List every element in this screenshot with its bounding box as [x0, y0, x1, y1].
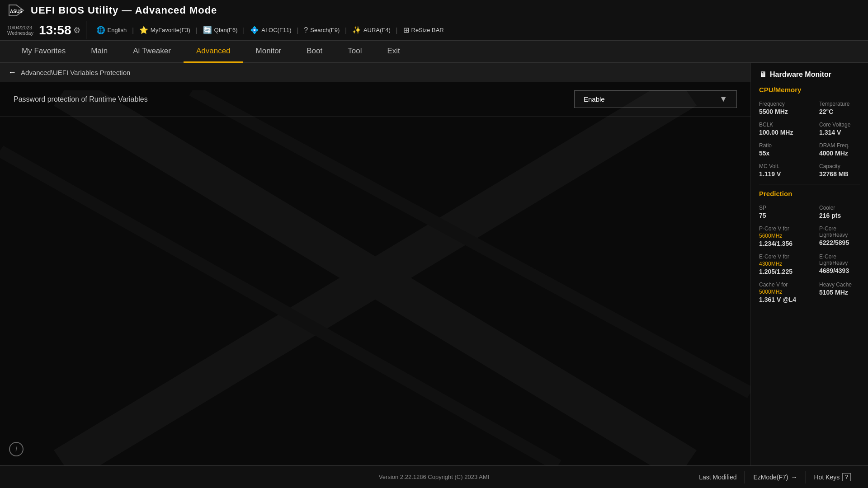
hw-cell-frequency: Frequency 5500 MHz [759, 101, 800, 115]
favorite-icon: ⭐ [139, 26, 148, 34]
nav-menu: My Favorites Main Ai Tweaker Advanced Mo… [0, 41, 868, 63]
capacity-label: Capacity [819, 163, 860, 169]
pcore-freq-label: 5600MHz [759, 233, 800, 239]
sep1: | [132, 27, 134, 34]
cooler-label: Cooler [819, 205, 860, 211]
nav-my-favorites[interactable]: My Favorites [9, 40, 78, 63]
hw-monitor-title: 🖥 Hardware Monitor [759, 70, 860, 79]
nav-ai-tweaker[interactable]: Ai Tweaker [120, 40, 184, 63]
hw-row-mcvolt-capacity: MC Volt. 1.119 V Capacity 32768 MB [759, 163, 860, 178]
hw-divider [759, 184, 860, 184]
ecore-lh-value: 4689/4393 [819, 267, 860, 274]
content-area: ← Advanced\UEFI Variables Protection Pas… [0, 63, 750, 465]
hw-cell-bclk: BCLK 100.00 MHz [759, 122, 800, 136]
back-button[interactable]: ← [8, 68, 16, 77]
hw-row-sp-cooler: SP 75 Cooler 216 pts [759, 205, 860, 219]
heavy-cache-value: 5105 MHz [819, 289, 860, 296]
hw-row-freq-temp: Frequency 5500 MHz Temperature 22°C [759, 101, 860, 115]
toolbar-myfavorite[interactable]: ⭐ MyFavorite(F3) [135, 24, 195, 36]
title-row: ASUS UEFI BIOS Utility — Advanced Mode [7, 1, 861, 19]
last-modified-button[interactable]: Last Modified [691, 471, 745, 483]
nav-monitor[interactable]: Monitor [243, 40, 294, 63]
toolbar-english[interactable]: 🌐 English [92, 24, 132, 36]
nav-boot[interactable]: Boot [294, 40, 335, 63]
hw-cell-cooler: Cooler 216 pts [819, 205, 860, 219]
nav-advanced[interactable]: Advanced [184, 40, 243, 63]
corev-label: Core Voltage [819, 122, 860, 128]
hw-cell-ecore-v: E-Core V for 4300MHz 1.205/1.225 [759, 253, 800, 275]
nav-main[interactable]: Main [78, 40, 120, 63]
hot-keys-button[interactable]: Hot Keys ? [806, 470, 859, 484]
mcvolt-value: 1.119 V [759, 170, 800, 178]
freq-label: Frequency [759, 101, 800, 107]
toolbar-qfan[interactable]: 🔄 Qfan(F6) [198, 24, 242, 36]
prediction-section-title: Prediction [759, 190, 860, 199]
setting-dropdown[interactable]: Enable ▼ [574, 90, 737, 108]
hw-cell-mcvolt: MC Volt. 1.119 V [759, 163, 800, 178]
hw-cell-ratio: Ratio 55x [759, 142, 800, 157]
hw-cell-pcore-lh: P-CoreLight/Heavy 6222/5895 [819, 225, 860, 247]
hot-keys-icon: ? [842, 473, 851, 481]
toolbar-aura[interactable]: ✨ AURA(F4) [348, 24, 395, 36]
info-button[interactable]: i [9, 442, 24, 456]
app-title: UEFI BIOS Utility — Advanced Mode [31, 5, 217, 16]
globe-icon: 🌐 [96, 26, 105, 34]
cache-for-label: Cache V for [759, 282, 800, 288]
clock-display: 13:58 [39, 24, 71, 37]
mcvolt-label: MC Volt. [759, 163, 800, 169]
pcore-for-label: P-Core V for [759, 225, 800, 232]
toolbar-divider [86, 21, 86, 39]
cpu-memory-section-title: CPU/Memory [759, 86, 860, 95]
pcore-v-value: 1.234/1.356 [759, 240, 800, 247]
version-text: Version 2.22.1286 Copyright (C) 2023 AMI [379, 474, 489, 480]
corev-value: 1.314 V [819, 129, 860, 136]
toolbar-search[interactable]: ? Search(F9) [299, 24, 344, 36]
nav-exit[interactable]: Exit [374, 40, 412, 63]
ratio-value: 55x [759, 150, 800, 157]
footer-actions: Last Modified EzMode(F7) → Hot Keys ? [691, 470, 859, 484]
hw-row-ratio-dram: Ratio 55x DRAM Freq. 4000 MHz [759, 142, 860, 157]
heavy-cache-label: Heavy Cache [819, 282, 860, 288]
toolbar-resizebar[interactable]: ⊞ ReSize BAR [399, 24, 448, 36]
dropdown-value: Enable [584, 95, 605, 103]
svg-line-3 [64, 90, 686, 465]
hw-row-ecore: E-Core V for 4300MHz 1.205/1.225 E-CoreL… [759, 253, 860, 275]
capacity-value: 32768 MB [819, 170, 860, 178]
background-pattern [0, 90, 750, 465]
ratio-label: Ratio [759, 142, 800, 149]
cooler-value: 216 pts [819, 212, 860, 219]
main-layout: ← Advanced\UEFI Variables Protection Pas… [0, 63, 868, 465]
sep5: | [345, 27, 347, 34]
hw-row-bclk-corev: BCLK 100.00 MHz Core Voltage 1.314 V [759, 122, 860, 136]
sp-value: 75 [759, 212, 800, 219]
monitor-icon: 🖥 [759, 70, 766, 79]
svg-line-4 [64, 90, 686, 465]
toolbar-aioc[interactable]: 💠 AI OC(F11) [245, 24, 296, 36]
bclk-label: BCLK [759, 122, 800, 128]
aura-icon: ✨ [352, 26, 361, 34]
setting-row: Password protection of Runtime Variables… [0, 82, 750, 117]
hw-cell-heavy-cache: Heavy Cache 5105 MHz [819, 282, 860, 303]
settings-icon[interactable]: ⚙ [73, 25, 80, 35]
svg-line-6 [0, 151, 558, 465]
hw-cell-capacity: Capacity 32768 MB [819, 163, 860, 178]
hw-cell-sp: SP 75 [759, 205, 800, 219]
ai-icon: 💠 [250, 26, 259, 34]
hw-cell-cache-v: Cache V for 5000MHz 1.361 V @L4 [759, 282, 800, 303]
cache-v-value: 1.361 V @L4 [759, 296, 800, 303]
nav-tool[interactable]: Tool [335, 40, 374, 63]
breadcrumb-text: Advanced\UEFI Variables Protection [21, 69, 130, 76]
ecore-for-label: E-Core V for [759, 253, 800, 260]
sp-label: SP [759, 205, 800, 211]
sep3: | [243, 27, 245, 34]
svg-text:ASUS: ASUS [10, 9, 23, 14]
ezmode-button[interactable]: EzMode(F7) → [745, 471, 806, 483]
pcore-lh-value: 6222/5895 [819, 239, 860, 246]
ecore-freq-label: 4300MHz [759, 261, 800, 267]
dram-label: DRAM Freq. [819, 142, 860, 149]
bclk-value: 100.00 MHz [759, 129, 800, 136]
hw-cell-corevoltage: Core Voltage 1.314 V [819, 122, 860, 136]
info-icon-symbol: i [15, 445, 17, 453]
datetime: 10/04/2023 Wednesday [7, 25, 33, 36]
pcore-lh-label: P-CoreLight/Heavy [819, 225, 860, 238]
